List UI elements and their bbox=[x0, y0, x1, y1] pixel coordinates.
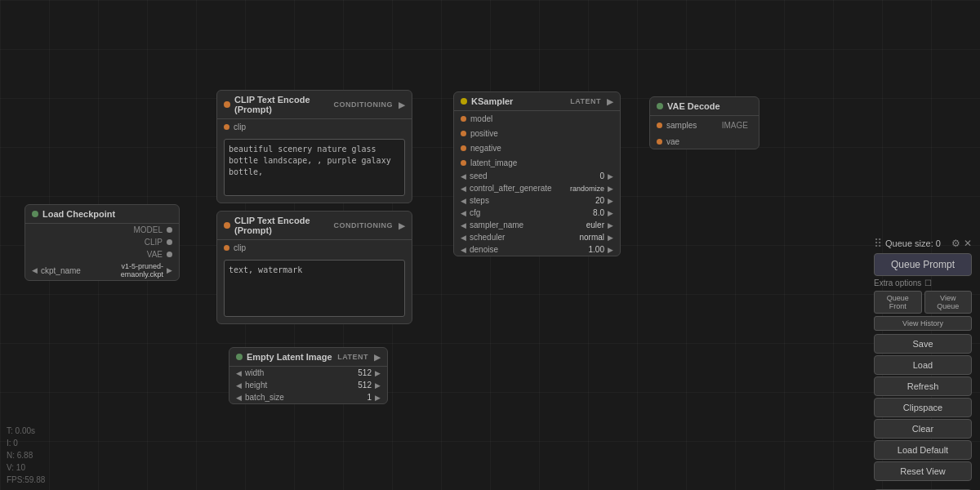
width-right-arrow[interactable]: ▶ bbox=[375, 369, 381, 377]
ksampler-latent-label: latent_image bbox=[470, 158, 517, 167]
node-output-clip-label: CLIP bbox=[32, 238, 163, 247]
height-right-arrow[interactable]: ▶ bbox=[375, 381, 381, 390]
node-empty-latent-arrow: ▶ bbox=[374, 353, 381, 362]
queue-buttons-row: Queue Front View Queue bbox=[874, 291, 972, 314]
status-fps: FPS:59.88 bbox=[7, 474, 45, 486]
close-icon[interactable]: ✕ bbox=[964, 238, 972, 249]
cfg-label: cfg bbox=[470, 208, 577, 217]
denoise-label: denoise bbox=[470, 245, 577, 254]
node-clip-encode-2: CLIP Text Encode (Prompt) CONDITIONING ▶… bbox=[216, 211, 412, 324]
ckpt-label: ckpt_name bbox=[41, 266, 81, 275]
node-output-clip-dot bbox=[167, 239, 172, 245]
clip-encode-2-textarea[interactable] bbox=[224, 260, 405, 317]
status-i: I: 0 bbox=[7, 437, 45, 449]
cag-left-arrow[interactable]: ◀ bbox=[461, 185, 466, 193]
ksampler-cfg-row: ◀ cfg 8.0 ▶ bbox=[454, 207, 620, 219]
ksampler-model-label: model bbox=[470, 114, 492, 123]
sampler-right-arrow[interactable]: ▶ bbox=[608, 221, 613, 229]
node-output-model-dot bbox=[167, 227, 172, 233]
denoise-left-arrow[interactable]: ◀ bbox=[461, 246, 466, 254]
status-t: T: 0.00s bbox=[7, 425, 45, 437]
node-vae-decode-dot bbox=[657, 103, 663, 109]
load-default-button[interactable]: Load Default bbox=[874, 440, 972, 460]
node-output-model: MODEL bbox=[25, 224, 179, 236]
node-clip-encode-1-header: CLIP Text Encode (Prompt) CONDITIONING ▶ bbox=[217, 91, 412, 119]
ksampler-input-negative: negative bbox=[454, 140, 620, 155]
drag-icon: ⠿ bbox=[874, 237, 882, 250]
steps-right-arrow[interactable]: ▶ bbox=[608, 197, 613, 205]
ksampler-positive-label: positive bbox=[470, 129, 498, 138]
clipspace-button[interactable]: Clipspace bbox=[874, 398, 972, 417]
node-output-model-label: MODEL bbox=[32, 225, 163, 234]
queue-front-button[interactable]: Queue Front bbox=[874, 291, 922, 314]
node-clip-encode-2-dot bbox=[224, 222, 230, 229]
load-button[interactable]: Load bbox=[874, 355, 972, 375]
cag-value: randomize bbox=[570, 185, 604, 193]
ksampler-cag-row: ◀ control_after_generate randomize ▶ bbox=[454, 182, 620, 194]
node-load-checkpoint-header: Load Checkpoint bbox=[25, 205, 179, 224]
ksampler-denoise-row: ◀ denoise 1.00 ▶ bbox=[454, 243, 620, 256]
steps-value: 20 bbox=[580, 196, 604, 205]
cfg-right-arrow[interactable]: ▶ bbox=[608, 209, 613, 217]
node-empty-latent-title: Empty Latent Image bbox=[247, 352, 332, 362]
batch-right-arrow[interactable]: ▶ bbox=[375, 394, 381, 402]
batch-label: batch_size bbox=[245, 393, 344, 402]
vae-samples-label: samples bbox=[666, 121, 697, 130]
cfg-left-arrow[interactable]: ◀ bbox=[461, 209, 466, 217]
cag-right-arrow[interactable]: ▶ bbox=[608, 185, 613, 193]
node-load-checkpoint-title: Load Checkpoint bbox=[42, 209, 115, 219]
extra-options-checkbox[interactable]: ☐ bbox=[924, 278, 932, 287]
width-value: 512 bbox=[347, 368, 372, 377]
vae-decode-input-vae: vae bbox=[650, 134, 759, 149]
seed-right-arrow[interactable]: ▶ bbox=[608, 172, 613, 180]
node-clip-encode-2-title: CLIP Text Encode (Prompt) bbox=[234, 216, 330, 235]
node-clip-encode-1: CLIP Text Encode (Prompt) CONDITIONING ▶… bbox=[216, 90, 412, 203]
node-clip-encode-1-dot bbox=[224, 101, 230, 108]
node-output-clip: CLIP bbox=[25, 236, 179, 248]
queue-prompt-button[interactable]: Queue Prompt bbox=[874, 253, 972, 276]
gear-icon[interactable]: ⚙ bbox=[951, 238, 960, 249]
node-clip-encode-2-arrow: ▶ bbox=[399, 221, 405, 230]
node-clip-encode-2-clip: clip bbox=[217, 240, 412, 255]
node-vae-decode-header: VAE Decode bbox=[650, 97, 759, 116]
seed-left-arrow[interactable]: ◀ bbox=[461, 172, 466, 180]
width-label: width bbox=[245, 368, 344, 377]
scheduler-left-arrow[interactable]: ◀ bbox=[461, 234, 466, 242]
node-vae-decode: VAE Decode samples IMAGE vae bbox=[649, 96, 760, 149]
vae-decode-input-samples: samples bbox=[657, 118, 722, 132]
ckpt-value: v1-5-pruned-emaonly.ckpt bbox=[84, 262, 163, 278]
node-load-checkpoint: Load Checkpoint MODEL CLIP VAE ◀ ckpt_na… bbox=[24, 204, 180, 281]
ksampler-negative-label: negative bbox=[470, 144, 501, 153]
node-ksampler-title: KSampler bbox=[471, 96, 513, 106]
clip-encode-1-textarea[interactable] bbox=[224, 139, 405, 196]
clip-in-dot bbox=[224, 124, 229, 130]
vae-vae-dot bbox=[657, 139, 662, 145]
view-history-button[interactable]: View History bbox=[874, 316, 972, 331]
node-clip-encode-1-clip: clip bbox=[217, 119, 412, 134]
batch-value: 1 bbox=[347, 393, 372, 402]
clear-button[interactable]: Clear bbox=[874, 419, 972, 439]
save-button[interactable]: Save bbox=[874, 334, 972, 354]
sampler-left-arrow[interactable]: ◀ bbox=[461, 221, 466, 229]
reset-view-button[interactable]: Reset View bbox=[874, 461, 972, 481]
ckpt-right-arrow[interactable]: ▶ bbox=[167, 266, 172, 274]
width-left-arrow[interactable]: ◀ bbox=[236, 369, 242, 377]
node-load-checkpoint-dot bbox=[32, 211, 38, 217]
node-ksampler-header: KSampler LATENT ▶ bbox=[454, 92, 620, 111]
ksampler-latent-dot bbox=[461, 160, 466, 166]
scheduler-right-arrow[interactable]: ▶ bbox=[608, 234, 613, 242]
node-output-vae-label: VAE bbox=[32, 250, 163, 259]
view-queue-button[interactable]: View Queue bbox=[924, 291, 973, 314]
node-clip-encode-1-arrow: ▶ bbox=[399, 100, 405, 109]
ckpt-left-arrow[interactable]: ◀ bbox=[32, 266, 38, 274]
node-empty-latent: Empty Latent Image LATENT ▶ ◀ width 512 … bbox=[229, 347, 388, 404]
cfg-value: 8.0 bbox=[580, 208, 604, 217]
steps-left-arrow[interactable]: ◀ bbox=[461, 197, 466, 205]
clip2-in-label: clip bbox=[234, 243, 246, 252]
refresh-button[interactable]: Refresh bbox=[874, 376, 972, 396]
batch-left-arrow[interactable]: ◀ bbox=[236, 394, 242, 402]
node-clip-encode-1-title: CLIP Text Encode (Prompt) bbox=[234, 95, 330, 114]
ksampler-seed-row: ◀ seed 0 ▶ bbox=[454, 170, 620, 182]
height-left-arrow[interactable]: ◀ bbox=[236, 381, 242, 390]
denoise-right-arrow[interactable]: ▶ bbox=[608, 246, 613, 254]
